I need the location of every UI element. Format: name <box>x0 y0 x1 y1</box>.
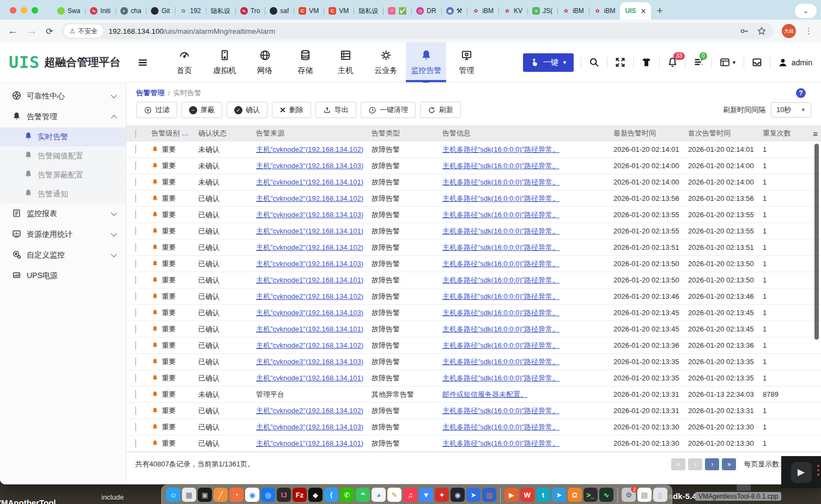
row-checkbox[interactable] <box>135 390 136 398</box>
search-icon[interactable] <box>588 57 600 68</box>
sidebar-item-告警管理[interactable]: 告警管理 <box>0 107 126 127</box>
security-badge[interactable]: ⚠ 不安全 <box>64 24 103 38</box>
alarm-info-link[interactable]: 主机多路径"sdk(16:0:0:0)"路径异常。 <box>442 407 560 415</box>
dock-app-bird-app[interactable]: ➤ <box>552 488 566 502</box>
dock-app-openvpn[interactable]: Ω <box>568 488 582 502</box>
alarm-info-link[interactable]: 主机多路径"sdk(16:0:0:0)"路径异常。 <box>442 309 560 317</box>
new-tab-button[interactable]: + <box>656 5 662 17</box>
guide-icon[interactable] <box>641 57 652 68</box>
address-bar[interactable]: ⚠ 不安全 192.168.134.100/uis/main/alarmMng/… <box>62 23 773 39</box>
page-button[interactable]: ‹ <box>688 458 702 470</box>
alarm-info-link[interactable]: 主机多路径"sdk(16:0:0:0)"路径异常。 <box>442 358 560 366</box>
alarm-source-link[interactable]: 主机"cvknode1"(192.168.134.101) <box>256 325 363 333</box>
browser-tab[interactable]: 隐私设 <box>354 2 383 20</box>
alarm-source-link[interactable]: 主机"cvknode2"(192.168.134.102) <box>256 243 363 251</box>
browser-tab[interactable]: G192 <box>175 2 206 20</box>
alarm-source-link[interactable]: 主机"cvknode2"(192.168.134.102) <box>256 407 363 415</box>
nav-item[interactable]: 存储 <box>285 42 325 82</box>
vertical-scrollbar[interactable] <box>814 144 819 340</box>
row-checkbox[interactable] <box>135 276 136 284</box>
alarm-info-link[interactable]: 主机多路径"sdk(16:0:0:0)"路径异常。 <box>442 145 560 153</box>
dock-app-finder[interactable]: ☺ <box>166 488 180 502</box>
hamburger-menu-icon[interactable] <box>137 57 149 69</box>
password-key-icon[interactable] <box>739 26 749 36</box>
toolbar-button-确认[interactable]: ✓确认 <box>227 102 267 118</box>
dock-app-settings[interactable]: ⚙2 <box>622 488 636 502</box>
toolbar-button-导出[interactable]: 导出 <box>315 102 356 118</box>
alarm-source-link[interactable]: 主机"cvknode3"(192.168.134.103) <box>256 260 363 268</box>
alarm-info-link[interactable]: 主机多路径"sdk(16:0:0:0)"路径异常。 <box>442 178 560 186</box>
alarm-info-link[interactable]: 主机多路径"sdk(16:0:0:0)"路径异常。 <box>442 423 560 431</box>
dock-app-firefox[interactable]: ◔ <box>229 488 244 502</box>
sidebar-subitem-实时告警[interactable]: 实时告警 <box>0 127 126 146</box>
alarm-source-link[interactable]: 主机"cvknode3"(192.168.134.103) <box>256 358 363 366</box>
browser-tab[interactable]: Git <box>146 2 174 20</box>
alarm-info-link[interactable]: 主机多路径"sdk(16:0:0:0)"路径异常。 <box>442 341 560 349</box>
alarm-source-link[interactable]: 主机"cvknode2"(192.168.134.102) <box>256 194 363 202</box>
alarm-source-link[interactable]: 主机"cvknode1"(192.168.134.101) <box>256 178 363 186</box>
alarm-info-link[interactable]: 主机多路径"sdk(16:0:0:0)"路径异常。 <box>442 211 560 219</box>
browser-tab[interactable]: ◐cha <box>115 2 146 20</box>
browser-tab[interactable]: saf <box>265 2 294 20</box>
inbox-icon[interactable] <box>751 57 763 68</box>
alarm-source-link[interactable]: 主机"cvknode3"(192.168.134.103) <box>256 211 363 219</box>
minimize-window-button[interactable] <box>21 7 27 14</box>
row-checkbox[interactable] <box>135 211 136 219</box>
alarm-info-link[interactable]: 邮件或短信服务器未配置。 <box>442 390 527 398</box>
alarm-source-link[interactable]: 主机"cvknode1"(192.168.134.101) <box>256 439 363 447</box>
nav-item[interactable]: 主机 <box>325 42 366 82</box>
sidebar-item-自定义监控[interactable]: 自定义监控 <box>0 245 126 266</box>
row-checkbox[interactable] <box>135 292 136 300</box>
dock-app-music[interactable]: ♫ <box>403 488 417 502</box>
toolbar-button-刷新[interactable]: 刷新 <box>420 102 461 118</box>
close-window-button[interactable] <box>10 7 16 14</box>
row-checkbox[interactable] <box>135 145 136 153</box>
dock-app-launchpad[interactable]: ▦ <box>182 488 196 502</box>
tab-search-button[interactable]: ⌄ <box>795 4 817 18</box>
row-checkbox[interactable] <box>135 260 136 268</box>
dock-app-browser-window[interactable]: ▤ <box>637 488 652 502</box>
row-checkbox[interactable] <box>135 374 136 382</box>
alarm-source-link[interactable]: 主机"cvknode1"(192.168.134.101) <box>256 276 363 284</box>
browser-tab[interactable]: Swa <box>52 2 85 20</box>
nav-item[interactable]: 网络 <box>245 42 285 82</box>
alarm-source-link[interactable]: 主机"cvknode3"(192.168.134.103) <box>256 162 363 170</box>
column-header[interactable]: 告警来源 <box>256 128 372 138</box>
screen-share-icon[interactable]: ▶ <box>791 462 812 483</box>
alarm-source-link[interactable]: 主机"cvknode3"(192.168.134.103) <box>256 309 363 317</box>
nav-item[interactable]: 虚拟机 <box>204 42 245 82</box>
alarm-source-link[interactable]: 主机"cvknode1"(192.168.134.101) <box>256 374 363 382</box>
alarm-info-link[interactable]: 主机多路径"sdk(16:0:0:0)"路径异常。 <box>442 243 560 251</box>
sidebar-subitem-告警屏蔽配置[interactable]: 告警屏蔽配置 <box>0 165 126 185</box>
column-header[interactable]: 告警级别 … <box>151 128 198 138</box>
one-click-button[interactable]: 一键 ▼ <box>523 53 574 72</box>
dock-app-wps[interactable]: W <box>520 488 534 502</box>
column-header[interactable]: 最新告警时间 <box>613 128 688 138</box>
dock-app-teambition[interactable]: t <box>536 488 550 502</box>
column-settings-icon[interactable]: ≡ <box>805 129 821 138</box>
column-header[interactable]: 告警类型 <box>372 128 442 138</box>
alarm-source-link[interactable]: 主机"cvknode1"(192.168.134.101) <box>256 227 363 235</box>
alarm-source-link[interactable]: 主机"cvknode2"(192.168.134.102) <box>256 341 363 349</box>
browser-tab[interactable]: ✿iBM <box>557 2 589 20</box>
alarm-info-link[interactable]: 主机多路径"sdk(16:0:0:0)"路径异常。 <box>442 162 560 170</box>
browser-tab[interactable]: ∿Initi <box>85 2 115 20</box>
row-checkbox[interactable] <box>135 423 136 431</box>
dock-app-steam[interactable]: ◉ <box>451 488 465 502</box>
dock-app-vm-monitor[interactable]: ▥ <box>482 488 496 502</box>
refresh-interval-select[interactable]: 10秒 ▼ <box>771 102 811 118</box>
bookmark-star-icon[interactable] <box>757 26 767 36</box>
dock-app-downie[interactable]: ▼ <box>419 488 433 502</box>
dock-app-navicat[interactable]: ◕ <box>372 488 386 502</box>
alarm-info-link[interactable]: 主机多路径"sdk(16:0:0:0)"路径异常。 <box>442 194 560 202</box>
nav-item[interactable]: 首页 <box>164 42 204 82</box>
sidebar-item-资源使用统计[interactable]: 资源使用统计 <box>0 224 126 245</box>
column-header[interactable]: 首次告警时间 <box>688 128 763 138</box>
task-list-icon[interactable]: 0 <box>693 57 704 68</box>
dock-app-terminal[interactable]: >_ <box>583 488 598 502</box>
browser-tab[interactable]: ◷DR <box>411 2 441 20</box>
dock-app-zip-utility[interactable]: ╱ <box>214 488 228 502</box>
alarm-info-link[interactable]: 主机多路径"sdk(16:0:0:0)"路径异常。 <box>442 292 560 300</box>
browser-tab[interactable]: ◉⚒ <box>441 2 467 20</box>
zoom-window-button[interactable] <box>32 7 38 14</box>
